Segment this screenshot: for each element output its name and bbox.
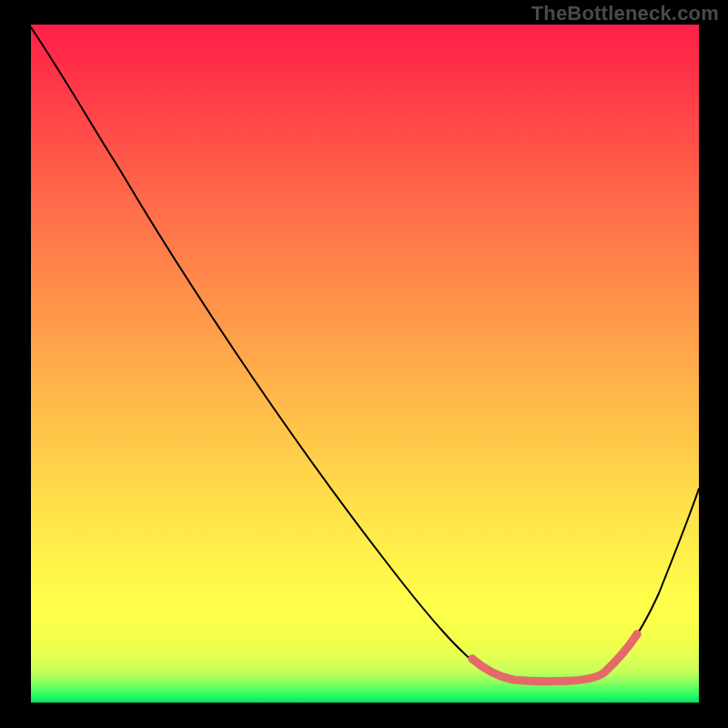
gradient-background bbox=[31, 25, 699, 703]
watermark-label: TheBottleneck.com bbox=[531, 2, 719, 25]
chart-plot-area bbox=[31, 25, 699, 703]
highlight-dot-end bbox=[633, 631, 642, 639]
chart-svg bbox=[31, 25, 699, 703]
highlight-dot-start bbox=[469, 655, 477, 663]
